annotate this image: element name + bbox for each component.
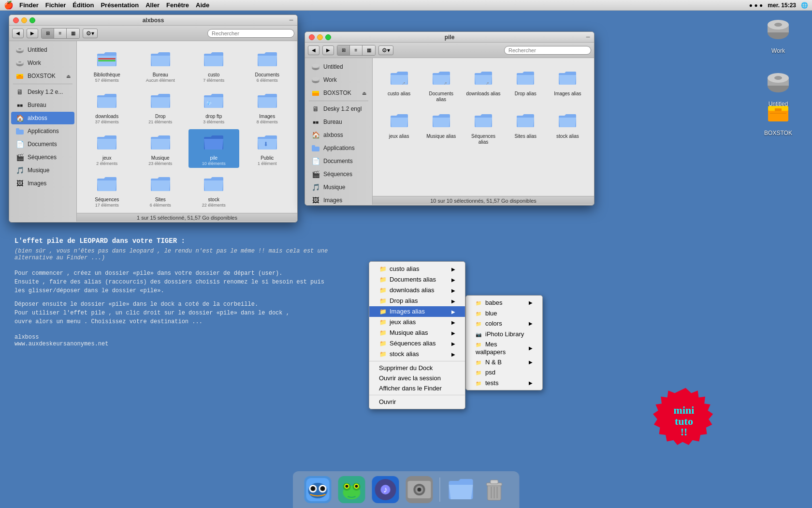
- ctx-images-alias[interactable]: 📁Images alias ▶: [369, 306, 465, 317]
- ctx-downloads-alias[interactable]: 📁downloads alias ▶: [369, 285, 465, 296]
- ctx-drop-alias[interactable]: 📁Drop alias ▶: [369, 296, 465, 306]
- menubar-aller[interactable]: Aller: [145, 1, 160, 9]
- back-btn-pile[interactable]: ◀: [308, 45, 319, 55]
- ctx-documents-alias[interactable]: 📁Documents alias ▶: [369, 274, 465, 285]
- column-view-btn-pile[interactable]: ▦: [362, 45, 375, 55]
- ctx-stock-alias[interactable]: 📁stock alias ▶: [369, 349, 465, 359]
- submenu-colors[interactable]: 📁colors ▶: [466, 318, 542, 329]
- ctx-musique-alias[interactable]: 📁Musique alias ▶: [369, 328, 465, 338]
- pile-sidebar-documents[interactable]: 📄 Documents: [307, 155, 370, 167]
- ctx-sequences-alias[interactable]: 📁Séquences alias ▶: [369, 338, 465, 349]
- close-btn-alxboss[interactable]: [13, 17, 19, 23]
- pile-sidebar-boxstok[interactable]: BOXSTOK ⏏: [307, 87, 370, 99]
- file-custo-alias[interactable]: ↗ custo alias: [379, 65, 419, 105]
- ctx-custo-alias[interactable]: 📁custo alias ▶: [369, 264, 465, 274]
- file-downloads-alias[interactable]: ↗ downloads alias: [464, 65, 503, 105]
- file-sites-alias[interactable]: Sites alias: [506, 107, 545, 147]
- file-documents[interactable]: Documents 6 éléments: [242, 46, 293, 85]
- submenu-tests[interactable]: 📁tests ▶: [466, 378, 542, 388]
- icon-view-btn-alxboss[interactable]: ⊞: [42, 29, 54, 38]
- pile-window-zoom[interactable]: −: [586, 33, 590, 42]
- file-sequences-alias[interactable]: Séquences alias: [464, 107, 503, 147]
- eject-boxstok[interactable]: ⏏: [66, 74, 71, 79]
- pile-sidebar-applications[interactable]: Applications: [307, 142, 370, 154]
- list-view-btn-alxboss[interactable]: ≡: [54, 29, 67, 38]
- maximize-btn-pile[interactable]: [325, 34, 331, 40]
- sidebar-sequences[interactable]: 🎬 Séquences: [11, 151, 74, 164]
- apple-menu[interactable]: 🍎: [4, 0, 14, 10]
- file-jeux[interactable]: jeux 2 éléments: [82, 129, 132, 168]
- list-view-btn-pile[interactable]: ≡: [350, 45, 362, 55]
- pile-sidebar-sequences[interactable]: 🎬 Séquences: [307, 168, 370, 180]
- alxboss-window-zoom[interactable]: −: [289, 16, 293, 25]
- pile-sidebar-desky[interactable]: 🖥 Desky 1.2 engl: [307, 103, 370, 115]
- submenu-blue[interactable]: 📁blue: [466, 308, 542, 319]
- sidebar-documents[interactable]: 📄 Documents: [11, 138, 74, 150]
- minimize-btn-pile[interactable]: [317, 34, 323, 40]
- sidebar-images[interactable]: 🖼 Images: [11, 177, 74, 190]
- file-custo[interactable]: custo 7 éléments: [188, 46, 239, 85]
- ctx-jeux-alias[interactable]: 📁jeux alias ▶: [369, 317, 465, 328]
- file-sequences[interactable]: Séquences 17 éléments: [82, 171, 132, 209]
- file-jeux-alias[interactable]: jeux alias: [379, 107, 419, 147]
- desktop-icon-work[interactable]: Work: [759, 15, 798, 54]
- pile-sidebar-images[interactable]: 🖼 Images: [307, 194, 370, 205]
- dock-music[interactable]: ♪: [370, 474, 401, 505]
- file-images[interactable]: Images 8 éléments: [242, 88, 293, 126]
- pile-sidebar-alxboss[interactable]: 🏠 alxboss: [307, 129, 370, 141]
- file-downloads[interactable]: downloads 37 éléments: [82, 88, 132, 126]
- ctx-ouvrir-session[interactable]: Ouvrir avec la session: [369, 373, 465, 383]
- pile-sidebar-untitled[interactable]: Untitled: [307, 60, 370, 73]
- minimize-btn-alxboss[interactable]: [21, 17, 27, 23]
- file-drop[interactable]: Drop 21 éléments: [135, 88, 186, 126]
- file-drop-alias[interactable]: Drop alias: [506, 65, 545, 105]
- eject-pile-boxstok[interactable]: ⏏: [362, 90, 366, 96]
- sidebar-desky[interactable]: 🖥 Desky 1.2 e...: [11, 86, 74, 98]
- sidebar-alxboss[interactable]: 🏠 alxboss: [11, 112, 74, 124]
- maximize-btn-alxboss[interactable]: [29, 17, 35, 23]
- submenu-babes[interactable]: 📁babes ▶: [466, 298, 542, 308]
- ctx-ouvrir[interactable]: Ouvrir: [369, 397, 465, 407]
- ctx-supprimer-dock[interactable]: Supprimer du Dock: [369, 363, 465, 373]
- menubar-edition[interactable]: Édition: [72, 1, 94, 9]
- sidebar-work[interactable]: Work: [11, 57, 74, 69]
- file-sites[interactable]: Sites 6 éléments: [135, 171, 186, 209]
- forward-btn-alxboss[interactable]: ▶: [27, 29, 38, 38]
- sidebar-untitled[interactable]: Untitled: [11, 44, 74, 56]
- submenu-wallpapers[interactable]: 📁Mes wallpapers ▶: [466, 339, 542, 357]
- file-pile[interactable]: pile 10 éléments: [188, 129, 239, 168]
- file-bibliotheque[interactable]: Bibliothèque 57 éléments: [82, 46, 132, 85]
- icon-view-btn-pile[interactable]: ⊞: [337, 45, 350, 55]
- dock-finder[interactable]: [303, 474, 334, 505]
- search-input-pile[interactable]: [504, 46, 591, 55]
- file-musique[interactable]: Musique 23 éléments: [135, 129, 186, 168]
- sidebar-bureau[interactable]: ■■ Bureau: [11, 99, 74, 111]
- menubar-presentation[interactable]: Présentation: [101, 1, 139, 9]
- dock-trash[interactable]: [479, 474, 510, 505]
- window-buttons-alxboss[interactable]: [13, 17, 35, 23]
- search-input-alxboss[interactable]: [207, 29, 294, 38]
- back-btn-alxboss[interactable]: ◀: [12, 29, 24, 38]
- close-btn-pile[interactable]: [309, 34, 315, 40]
- submenu-psd[interactable]: 📁psd: [466, 367, 542, 378]
- file-documents-alias[interactable]: ↗ Documents alias: [421, 65, 461, 105]
- menubar-fenetre[interactable]: Fenêtre: [166, 1, 189, 9]
- dock-pile-folder[interactable]: [445, 474, 476, 505]
- submenu-iphoto[interactable]: 📷iPhoto Library: [466, 329, 542, 340]
- file-dropftp[interactable]: ftp drop ftp 3 éléments: [188, 88, 239, 126]
- gear-btn-alxboss[interactable]: ⚙▾: [83, 29, 98, 38]
- ctx-afficher-finder[interactable]: Afficher dans le Finder: [369, 383, 465, 393]
- column-view-btn-alxboss[interactable]: ▦: [67, 29, 79, 38]
- sidebar-boxstok[interactable]: BOXSTOK ⏏: [11, 70, 74, 82]
- gear-btn-pile[interactable]: ⚙▾: [378, 45, 393, 55]
- pile-sidebar-bureau[interactable]: ■■ Bureau: [307, 116, 370, 128]
- file-bureau[interactable]: Bureau Aucun élément: [135, 46, 186, 85]
- pile-sidebar-work[interactable]: Work: [307, 74, 370, 86]
- file-stock-alias[interactable]: stock alias: [548, 107, 587, 147]
- file-images-alias[interactable]: Images alias: [548, 65, 587, 105]
- window-buttons-pile[interactable]: [309, 34, 331, 40]
- pile-sidebar-musique[interactable]: 🎵 Musique: [307, 181, 370, 194]
- file-musique-alias[interactable]: Musique alias: [421, 107, 461, 147]
- file-public[interactable]: ⬇ Public 1 élément: [242, 129, 293, 168]
- sidebar-musique[interactable]: 🎵 Musique: [11, 164, 74, 177]
